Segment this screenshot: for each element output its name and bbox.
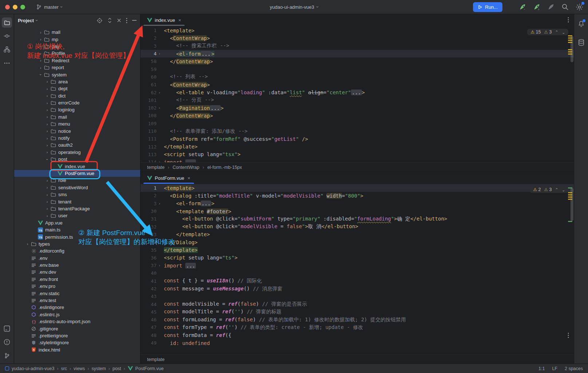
tree-item-main.ts[interactable]: TSmain.ts bbox=[14, 226, 140, 233]
collapse-chevron-icon[interactable]: › bbox=[44, 157, 50, 162]
tree-item-Redirect[interactable]: ›Redirect bbox=[14, 57, 140, 64]
caret-position[interactable]: 1:1 bbox=[538, 366, 545, 371]
breadcrumb-item[interactable]: ContentWrap bbox=[173, 165, 199, 170]
bottom-inspections-widget[interactable]: ⚠ 2 ⚠ 3 ⌃ ⌃ bbox=[530, 186, 568, 193]
path-item[interactable]: src bbox=[61, 366, 67, 371]
bottom-code-editor[interactable]: 1<template>2 <Dialog :title="modelTitle"… bbox=[141, 183, 574, 355]
hide-panel-icon[interactable] bbox=[132, 20, 137, 21]
tree-item-.stylelintignore[interactable]: .stylelintignore bbox=[14, 339, 140, 346]
expand-chevron-icon[interactable]: › bbox=[38, 30, 44, 35]
expand-chevron-icon[interactable]: › bbox=[44, 94, 50, 98]
tree-item-.env.base[interactable]: .env.base bbox=[14, 262, 140, 269]
version-control-tool-icon[interactable] bbox=[2, 350, 12, 361]
expand-chevron-icon[interactable]: › bbox=[44, 136, 50, 140]
tree-item-mail[interactable]: ›mail bbox=[14, 114, 140, 120]
tree-item-.env.test[interactable]: .env.test bbox=[14, 297, 140, 304]
tree-item-PostForm.vue[interactable]: PostForm.vue bbox=[14, 170, 140, 177]
tree-item-.gitignore[interactable]: .gitignore bbox=[14, 325, 140, 332]
tree-item-dict[interactable]: ›dict bbox=[14, 92, 140, 99]
path-item[interactable]: post bbox=[113, 366, 121, 371]
breadcrumb-item[interactable]: el-form.-mb-15px bbox=[207, 165, 242, 170]
expand-chevron-icon[interactable]: › bbox=[44, 79, 50, 84]
tree-item-.editorconfig[interactable]: .editorconfig bbox=[14, 247, 140, 254]
tree-item-dept[interactable]: ›dept bbox=[14, 85, 140, 92]
top-code-editor[interactable]: 1<template>2 <ContentWrap>3 <!-- 搜索工作栏 -… bbox=[141, 26, 574, 163]
next-problem-icon[interactable]: ⌃ bbox=[562, 187, 565, 192]
top-inspections-widget[interactable]: ⚠ 15 ⚠ 3 ⌃ ⌃ bbox=[527, 29, 568, 35]
tree-item-sensitiveWord[interactable]: ›sensitiveWord bbox=[14, 184, 140, 191]
expand-chevron-icon[interactable]: › bbox=[44, 122, 50, 126]
tree-item-notify[interactable]: ›notify bbox=[14, 135, 140, 142]
expand-chevron-icon[interactable]: › bbox=[38, 66, 44, 70]
tree-item-.eslintrc-auto-import.json[interactable]: {}.eslintrc-auto-import.json bbox=[14, 318, 140, 325]
tree-item-report[interactable]: ›report bbox=[14, 64, 140, 71]
locate-file-icon[interactable] bbox=[96, 17, 103, 24]
minimize-window-button[interactable] bbox=[13, 5, 17, 9]
path-item[interactable]: views bbox=[74, 366, 85, 371]
prev-problem-icon[interactable]: ⌃ bbox=[555, 30, 559, 35]
profiler-attach-icon[interactable] bbox=[532, 3, 541, 11]
fold-marker-icon[interactable]: › bbox=[157, 91, 162, 95]
tree-item-.prettierignore[interactable]: .prettierignore bbox=[14, 332, 140, 339]
path-item[interactable]: PostForm.vue bbox=[135, 366, 164, 371]
collapse-all-icon[interactable] bbox=[117, 18, 121, 23]
breadcrumb-item[interactable]: template bbox=[147, 357, 165, 362]
tree-item-menu[interactable]: ›menu bbox=[14, 120, 140, 127]
tree-item-.eslintignore[interactable]: .eslintignore bbox=[14, 304, 140, 311]
expand-chevron-icon[interactable]: › bbox=[44, 178, 50, 183]
tree-item-pay[interactable]: ›pay bbox=[14, 43, 140, 50]
tree-item-index.html[interactable]: 5index.html bbox=[14, 346, 140, 353]
more-tool-windows-icon[interactable] bbox=[2, 58, 12, 68]
tree-item-mall[interactable]: ›mall bbox=[14, 29, 140, 36]
tree-item-.eslintrc.js[interactable]: .eslintrc.js bbox=[14, 311, 140, 318]
expand-chevron-icon[interactable]: › bbox=[44, 108, 50, 112]
expand-chevron-icon[interactable]: › bbox=[44, 185, 50, 190]
tree-item-system[interactable]: ›system bbox=[14, 71, 140, 78]
fold-marker-icon[interactable]: › bbox=[157, 52, 162, 56]
tree-item-tenant[interactable]: ›tenant bbox=[14, 198, 140, 205]
zoom-window-button[interactable] bbox=[20, 5, 25, 9]
tab-close-icon[interactable]: × bbox=[178, 17, 181, 23]
expand-chevron-icon[interactable]: › bbox=[44, 214, 50, 218]
structure-tool-icon[interactable] bbox=[2, 44, 12, 55]
expand-chevron-icon[interactable]: › bbox=[44, 87, 50, 91]
expand-chevron-icon[interactable]: › bbox=[38, 58, 44, 63]
project-selector[interactable]: yudao-ui-admin-vue3 › bbox=[270, 4, 318, 10]
tree-item-oauth2[interactable]: ›oauth2 bbox=[14, 142, 140, 148]
path-item[interactable]: system bbox=[91, 366, 106, 371]
collapse-chevron-icon[interactable]: › bbox=[38, 72, 44, 77]
panel-options-icon[interactable] bbox=[126, 18, 127, 23]
tab-index-vue[interactable]: index.vue × bbox=[143, 14, 185, 26]
tree-item-.env.pro[interactable]: .env.pro bbox=[14, 283, 140, 290]
settings-gear-icon[interactable] bbox=[575, 3, 584, 11]
search-everywhere-icon[interactable] bbox=[561, 3, 569, 11]
expand-chevron-icon[interactable]: › bbox=[44, 115, 50, 119]
expand-chevron-icon[interactable]: › bbox=[44, 199, 50, 204]
tree-item-types[interactable]: ›types bbox=[14, 241, 140, 247]
expand-chevron-icon[interactable]: › bbox=[44, 150, 50, 154]
tree-item-errorCode[interactable]: ›errorCode bbox=[14, 99, 140, 106]
project-tool-icon[interactable] bbox=[2, 17, 12, 28]
tree-item-.env.static[interactable]: .env.static bbox=[14, 290, 140, 297]
panel-title[interactable]: Project bbox=[18, 18, 34, 23]
line-separator[interactable]: LF bbox=[552, 366, 557, 371]
tree-item-post[interactable]: ›post bbox=[14, 156, 140, 163]
tree-item-area[interactable]: ›area bbox=[14, 78, 140, 85]
profiler-inactive-icon[interactable] bbox=[546, 3, 555, 11]
expand-chevron-icon[interactable]: › bbox=[44, 143, 50, 147]
profiler-run-icon[interactable] bbox=[518, 3, 527, 11]
tree-item-.env.front[interactable]: .env.front bbox=[14, 276, 140, 283]
tree-item-notice[interactable]: ›notice bbox=[14, 127, 140, 134]
fold-marker-icon[interactable]: › bbox=[157, 106, 162, 110]
expand-chevron-icon[interactable]: › bbox=[24, 242, 31, 246]
tree-item-sms[interactable]: ›sms bbox=[14, 191, 140, 198]
database-tool-icon[interactable] bbox=[576, 37, 586, 48]
prev-problem-icon[interactable]: ⌃ bbox=[555, 187, 559, 192]
statusbar-path[interactable]: yudao-ui-admin-vue3›src›views›system›pos… bbox=[5, 366, 163, 371]
run-button[interactable]: Run... bbox=[473, 2, 502, 12]
fold-marker-icon[interactable]: › bbox=[157, 263, 162, 267]
expand-chevron-icon[interactable]: › bbox=[38, 44, 44, 48]
expand-chevron-icon[interactable]: › bbox=[44, 129, 50, 133]
notifications-bell-icon[interactable] bbox=[576, 19, 586, 29]
path-item[interactable]: yudao-ui-admin-vue3 bbox=[12, 366, 54, 371]
